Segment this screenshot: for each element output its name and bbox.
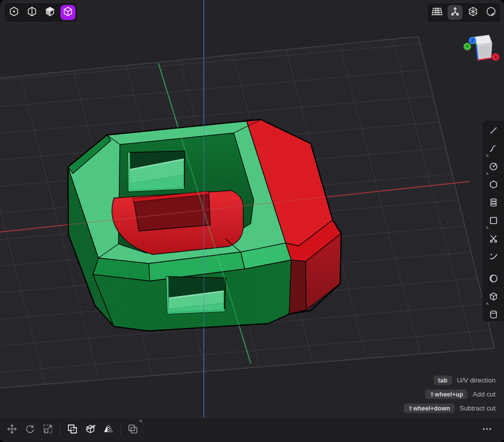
circle-tool-button[interactable] (485, 159, 502, 176)
sphere-icon (489, 274, 499, 286)
line-tool-button[interactable] (485, 123, 502, 140)
render-view-button[interactable] (484, 5, 499, 20)
flyout-corner (487, 302, 489, 304)
app-window: Z Y X tab U/V direction ⇧wheel+up Add cu… (0, 0, 504, 442)
rotate-tool-button[interactable] (23, 423, 37, 437)
duplicate-tool-button[interactable] (126, 423, 140, 437)
cut-icon (84, 423, 96, 437)
line-icon (489, 126, 499, 138)
wireframe-cube-icon (467, 6, 479, 20)
mirror-tool-button[interactable] (101, 423, 115, 437)
box-icon (489, 292, 499, 304)
grid-icon (431, 6, 443, 20)
selection-mode-toolbar (4, 2, 78, 22)
box-tool-button[interactable] (485, 289, 502, 306)
edge-icon (26, 6, 38, 20)
orientation-cube[interactable]: Z Y X (461, 30, 501, 66)
y-axis-label: Y (466, 44, 469, 49)
cut-tool-button[interactable] (83, 423, 97, 437)
boolean-group (60, 423, 120, 437)
solid-mode-button[interactable] (60, 5, 75, 20)
boolean-tool-button[interactable] (65, 423, 79, 437)
edge-mode-button[interactable] (24, 5, 39, 20)
offset-curve-icon (489, 252, 499, 264)
flyout-corner (487, 154, 489, 156)
cylinder-icon (489, 310, 499, 322)
tool-sidebar (482, 120, 504, 322)
offset-curve-tool-button[interactable] (485, 249, 502, 266)
move-icon (6, 423, 18, 437)
grid-toggle-button[interactable] (430, 5, 445, 20)
duplicate-group (121, 423, 145, 437)
trim-tool-button[interactable] (485, 231, 502, 248)
flyout-corner (139, 420, 142, 423)
rectangle-tool-button[interactable] (485, 213, 502, 230)
more-options-button[interactable] (481, 423, 504, 437)
ellipsis-icon (481, 428, 493, 436)
scale-icon (42, 423, 54, 437)
view-toolbar (427, 2, 501, 22)
flyout-corner (487, 226, 489, 228)
transform-toolbar (0, 418, 504, 442)
hint-row-uv: tab U/V direction (434, 375, 496, 386)
circle-icon (489, 162, 499, 174)
hint-label-subtract-cut: Subtract cut (460, 404, 496, 412)
rotate-icon (24, 423, 36, 437)
polygon-icon (489, 180, 499, 192)
boolean-icon (66, 423, 78, 437)
hint-key-wheel-up: ⇧wheel+up (425, 390, 468, 399)
transform-group (0, 423, 60, 437)
rectangle-icon (489, 216, 499, 228)
hint-label-uv: U/V direction (457, 376, 496, 384)
scissors-icon (489, 234, 499, 246)
control-point-icon (8, 6, 20, 20)
hint-label-add-cut: Add cut (473, 390, 496, 398)
face-mode-button[interactable] (42, 5, 57, 20)
sphere-tool-button[interactable] (485, 271, 502, 288)
viewport-3d[interactable]: Z Y X tab U/V direction ⇧wheel+up Add cu… (0, 0, 504, 418)
cube-front-inset (479, 46, 491, 58)
x-axis-label: X (494, 54, 497, 60)
hint-row-subtract-cut: ⇧wheel+down Subtract cut (404, 403, 496, 414)
polygon-tool-button[interactable] (485, 177, 502, 194)
mirror-icon (102, 423, 114, 437)
flyout-corner (487, 172, 489, 174)
solid-icon (62, 6, 74, 20)
move-tool-button[interactable] (5, 423, 19, 437)
control-point-mode-button[interactable] (6, 5, 21, 20)
hint-key-wheel-down: ⇧wheel+down (404, 404, 455, 413)
duplicate-icon (127, 423, 139, 437)
cylinder-tool-button[interactable] (485, 307, 502, 324)
gizmo-toggle-button[interactable] (448, 5, 463, 20)
axes-gizmo-icon (449, 6, 461, 20)
render-sphere-icon (485, 6, 497, 20)
face-icon (44, 6, 56, 20)
scale-tool-button[interactable] (41, 423, 55, 437)
hint-key-tab: tab (434, 376, 452, 385)
spiral-icon (489, 198, 499, 210)
keyboard-hints: tab U/V direction ⇧wheel+up Add cut ⇧whe… (404, 375, 496, 414)
z-axis-label: Z (471, 38, 474, 43)
spiral-tool-button[interactable] (485, 195, 502, 212)
hint-row-add-cut: ⇧wheel+up Add cut (425, 389, 496, 400)
spline-tool-button[interactable] (485, 141, 502, 158)
spline-icon (489, 144, 499, 156)
wireframe-view-button[interactable] (466, 5, 481, 20)
scene-svg (0, 0, 504, 418)
